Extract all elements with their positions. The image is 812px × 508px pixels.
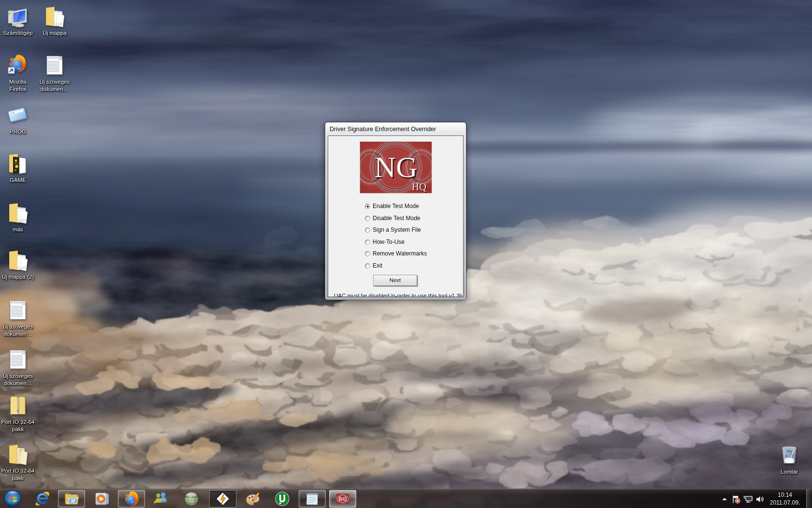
svg-text:NG: NG bbox=[374, 150, 418, 183]
svg-text:HQ: HQ bbox=[412, 181, 426, 193]
